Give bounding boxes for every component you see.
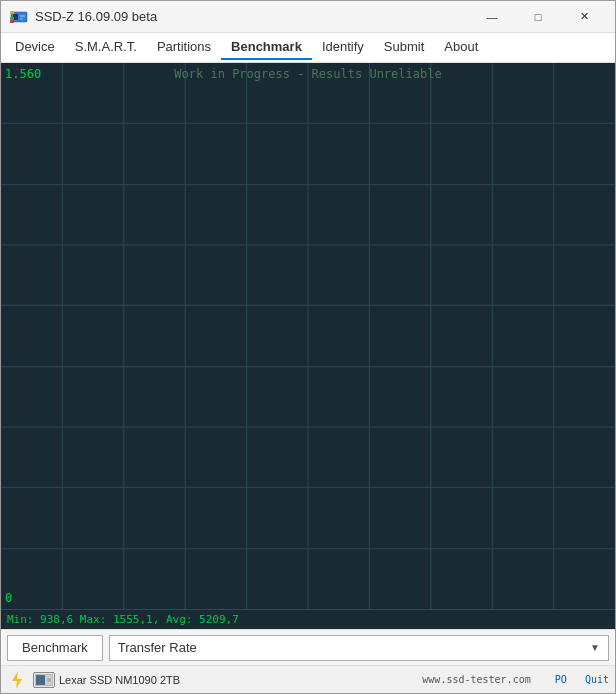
svg-rect-5 xyxy=(10,17,14,20)
svg-rect-26 xyxy=(36,675,45,685)
chart-watermark: Work in Progress - Results Unreliable xyxy=(174,67,441,81)
close-button[interactable]: ✕ xyxy=(561,1,607,33)
status-watermark: www.ssd-tester.com PO Quit xyxy=(422,674,609,685)
svg-marker-24 xyxy=(12,671,22,689)
chart-y-min-label: 0 xyxy=(5,591,12,605)
menu-item-device[interactable]: Device xyxy=(5,35,65,60)
svg-rect-2 xyxy=(20,15,25,17)
stats-bar: Min: 938,6 Max: 1555,1, Avg: 5209,7 xyxy=(1,609,615,629)
dropdown-arrow-icon: ▼ xyxy=(590,642,600,653)
transfer-rate-label: Transfer Rate xyxy=(118,640,197,655)
svg-rect-6 xyxy=(10,20,14,23)
title-bar: SSD-Z 16.09.09 beta — □ ✕ xyxy=(1,1,615,33)
menu-item-smart[interactable]: S.M.A.R.T. xyxy=(65,35,147,60)
chart-grid xyxy=(1,63,615,609)
svg-rect-3 xyxy=(20,18,23,20)
maximize-button[interactable]: □ xyxy=(515,1,561,33)
window-controls: — □ ✕ xyxy=(469,1,607,33)
menu-bar: Device S.M.A.R.T. Partitions Benchmark I… xyxy=(1,33,615,63)
window-title: SSD-Z 16.09.09 beta xyxy=(35,9,469,24)
menu-item-about[interactable]: About xyxy=(434,35,488,60)
menu-item-partitions[interactable]: Partitions xyxy=(147,35,221,60)
minimize-button[interactable]: — xyxy=(469,1,515,33)
chart-area: 1.560 Work in Progress - Results Unrelia… xyxy=(1,63,615,609)
main-window: SSD-Z 16.09.09 beta — □ ✕ Device S.M.A.R… xyxy=(0,0,616,694)
status-bar: Lexar SSD NM1090 2TB www.ssd-tester.com … xyxy=(1,665,615,693)
svg-rect-27 xyxy=(47,678,51,682)
transfer-rate-dropdown[interactable]: Transfer Rate ▼ xyxy=(109,635,609,661)
menu-item-identify[interactable]: Identify xyxy=(312,35,374,60)
menu-item-submit[interactable]: Submit xyxy=(374,35,434,60)
stats-text: Min: 938,6 Max: 1555,1, Avg: 5209,7 xyxy=(7,613,239,626)
flash-icon xyxy=(7,670,27,690)
drive-icon xyxy=(33,672,55,688)
benchmark-button[interactable]: Benchmark xyxy=(7,635,103,661)
svg-rect-4 xyxy=(10,11,14,14)
app-icon xyxy=(9,7,29,27)
chart-y-max-label: 1.560 xyxy=(5,67,41,81)
menu-item-benchmark[interactable]: Benchmark xyxy=(221,35,312,60)
drive-name-label: Lexar SSD NM1090 2TB xyxy=(59,674,422,686)
bottom-toolbar: Benchmark Transfer Rate ▼ xyxy=(1,629,615,665)
